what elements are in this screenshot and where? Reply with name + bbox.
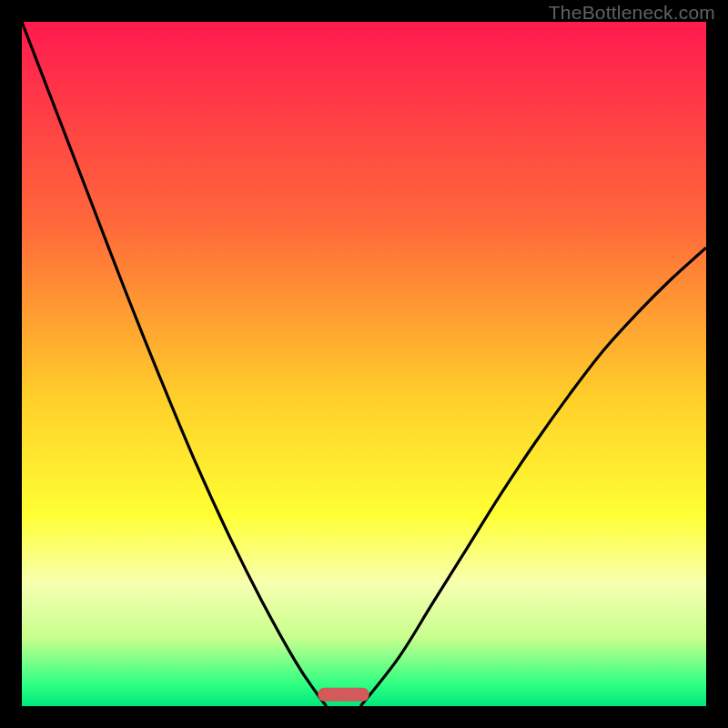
chart-frame bbox=[22, 22, 706, 706]
watermark-text: TheBottleneck.com bbox=[549, 2, 715, 24]
bottleneck-marker bbox=[318, 688, 369, 702]
gradient-background bbox=[22, 22, 706, 706]
bottleneck-chart bbox=[22, 22, 706, 706]
